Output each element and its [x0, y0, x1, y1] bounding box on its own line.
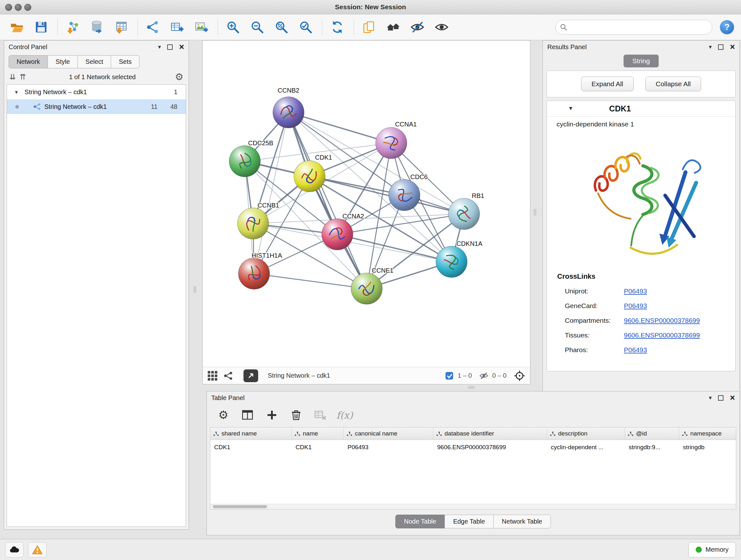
column-header-database-identifier[interactable]: database identifier: [433, 428, 547, 440]
table-row[interactable]: CDK1CDK1P064939606.ENSP00000378699cyclin…: [210, 440, 736, 455]
gene-card-header[interactable]: ▼ CDK1: [547, 101, 735, 117]
network-edge-ccna2-cdkn1a[interactable]: [337, 234, 452, 262]
apply-layout-button[interactable]: [327, 17, 347, 37]
new-network-button[interactable]: [143, 17, 163, 37]
toolbar-search-input[interactable]: [555, 20, 712, 35]
network-canvas[interactable]: CCNB2CCNA1CDC25BCDK1CDC6RB1CCNB1CCNA2CDK…: [203, 41, 530, 367]
column-header-shared-name[interactable]: shared name: [210, 428, 292, 440]
network-collection-row[interactable]: ▼ String Network – cdk1 1: [7, 84, 186, 99]
network-edge-ccnb2-ccne1[interactable]: [288, 112, 367, 289]
tab-node-table[interactable]: Node Table: [395, 515, 445, 528]
warnings-button[interactable]: [28, 542, 47, 557]
crosslink-value-link[interactable]: P06493: [624, 287, 647, 295]
tab-select[interactable]: Select: [77, 55, 111, 68]
network-edge-ccnb2-ccna1[interactable]: [288, 112, 391, 143]
network-node-cdk1[interactable]: [294, 161, 325, 192]
crosslink-value-link[interactable]: 9606.ENSP00000378699: [624, 331, 700, 339]
close-window-button[interactable]: [5, 4, 12, 11]
table-settings-gear-icon[interactable]: ⚙: [216, 408, 231, 423]
hide-selected-button[interactable]: [408, 17, 427, 37]
zoom-selected-button[interactable]: [296, 17, 316, 37]
export-image-button[interactable]: [192, 17, 211, 37]
network-options-gear-icon[interactable]: ⚙: [175, 72, 184, 82]
float-panel-icon[interactable]: [167, 44, 173, 50]
gene-disclosure-triangle-icon[interactable]: ▼: [568, 105, 574, 112]
tab-style[interactable]: Style: [48, 55, 77, 68]
collapse-panel-icon[interactable]: ▾: [709, 44, 712, 50]
column-header-description[interactable]: description: [547, 428, 625, 440]
network-node-ccna2[interactable]: [322, 219, 353, 250]
delete-table-button-disabled[interactable]: [313, 408, 328, 423]
network-graph-button[interactable]: [223, 371, 233, 381]
expand-all-networks-icon[interactable]: ⇊: [9, 73, 16, 81]
collapse-all-networks-icon[interactable]: ⇈: [19, 73, 26, 81]
network-edge-ccnb2-hist1h1a[interactable]: [254, 112, 288, 273]
float-panel-icon[interactable]: [718, 395, 724, 401]
collapse-all-button[interactable]: Collapse All: [645, 77, 701, 91]
column-header--id[interactable]: @id: [625, 428, 679, 440]
zoom-fit-button[interactable]: [272, 17, 291, 37]
network-node-cdkn1a[interactable]: [436, 246, 467, 277]
close-panel-icon[interactable]: ×: [179, 43, 184, 51]
table-horizontal-scrollbar[interactable]: [210, 504, 736, 509]
delete-column-button[interactable]: [288, 408, 304, 423]
import-network-file-button[interactable]: [63, 17, 83, 37]
open-in-window-button[interactable]: [244, 369, 258, 382]
network-node-ccnb1[interactable]: [238, 208, 269, 239]
show-all-button[interactable]: [432, 17, 452, 37]
show-columns-button[interactable]: [240, 408, 255, 423]
create-column-button[interactable]: [264, 408, 280, 423]
collapse-panel-icon[interactable]: ▾: [709, 395, 712, 401]
crosslink-value-link[interactable]: 9606.ENSP00000378699: [624, 317, 700, 324]
save-session-button[interactable]: [31, 17, 51, 37]
network-node-rb1[interactable]: [448, 198, 480, 230]
network-node-cdc25b[interactable]: [229, 145, 260, 177]
network-node-ccnb2[interactable]: [273, 97, 304, 128]
import-table-button[interactable]: [111, 17, 131, 37]
disclosure-triangle-icon[interactable]: ▼: [14, 89, 19, 95]
network-row[interactable]: String Network – cdk1 11 48: [7, 99, 186, 114]
tab-string[interactable]: String: [623, 55, 659, 67]
scrollbar-thumb[interactable]: [213, 505, 267, 508]
zoom-in-button[interactable]: [223, 17, 243, 37]
help-button[interactable]: ?: [720, 20, 734, 34]
import-network-database-button[interactable]: [87, 17, 107, 37]
export-table-button[interactable]: [167, 17, 187, 37]
column-header-canonical-name[interactable]: canonical name: [344, 428, 433, 440]
tab-network[interactable]: Network: [9, 55, 48, 68]
network-node-cdc6[interactable]: [389, 179, 420, 211]
network-node-ccna1[interactable]: [376, 127, 407, 159]
open-session-button[interactable]: [7, 17, 27, 37]
cloud-status-button[interactable]: [5, 542, 23, 557]
show-graphics-details-button[interactable]: [383, 17, 403, 37]
column-header-name[interactable]: name: [292, 428, 344, 440]
close-panel-icon[interactable]: ×: [730, 394, 735, 402]
splitter-handle[interactable]: [193, 286, 196, 293]
tab-edge-table[interactable]: Edge Table: [445, 515, 494, 528]
network-node-ccne1[interactable]: [351, 273, 382, 304]
tab-network-table[interactable]: Network Table: [493, 515, 551, 528]
function-builder-button[interactable]: f(x): [337, 408, 352, 423]
crosshair-icon[interactable]: [514, 370, 526, 382]
documents-button[interactable]: [359, 17, 379, 37]
maximize-window-button[interactable]: [24, 4, 31, 11]
memory-button[interactable]: Memory: [688, 542, 736, 557]
crosslink-value-link[interactable]: P06493: [624, 346, 647, 354]
expand-all-button[interactable]: Expand All: [581, 77, 634, 91]
birds-eye-view-button[interactable]: [207, 370, 218, 381]
splitter-handle[interactable]: [468, 386, 475, 389]
tab-sets[interactable]: Sets: [111, 55, 139, 68]
collapse-panel-icon[interactable]: ▾: [158, 44, 161, 50]
hidden-eye-slash-icon[interactable]: [479, 371, 488, 381]
zoom-out-button[interactable]: [247, 17, 267, 37]
float-panel-icon[interactable]: [718, 44, 724, 50]
column-header-namespace[interactable]: namespace: [679, 428, 736, 440]
close-panel-icon[interactable]: ×: [730, 43, 735, 51]
network-edge-cdk1-rb1[interactable]: [310, 176, 464, 214]
selection-checkbox-icon[interactable]: [445, 371, 454, 380]
crosslink-value-link[interactable]: P06493: [624, 302, 647, 310]
minimize-window-button[interactable]: [15, 4, 22, 11]
splitter-handle[interactable]: [534, 209, 536, 216]
network-edge-hist1h1a-ccne1[interactable]: [254, 273, 367, 289]
network-node-hist1h1a[interactable]: [239, 258, 270, 289]
